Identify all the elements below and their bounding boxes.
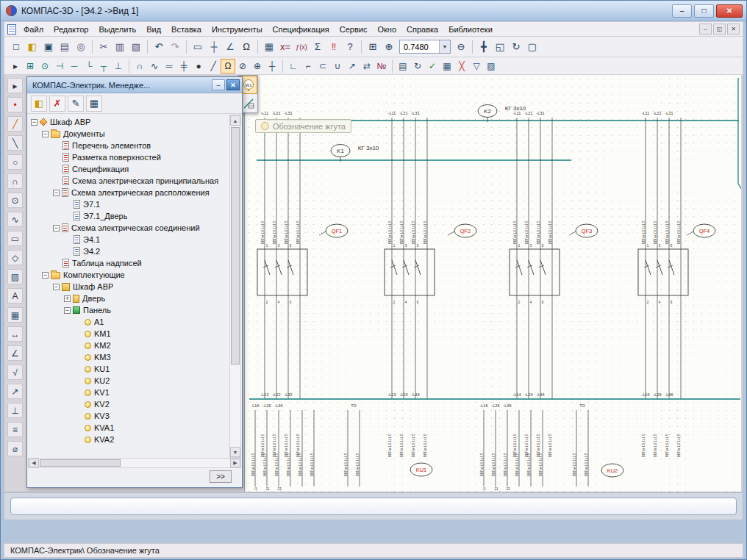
- tree-item[interactable]: Разметка поверхностей: [29, 151, 229, 163]
- edit-object-button[interactable]: ✎: [68, 96, 84, 112]
- scroll-down-button[interactable]: ▼: [230, 447, 240, 457]
- redo-button[interactable]: ↷: [167, 39, 183, 55]
- palette-title-bar[interactable]: КОМПАС-Электрик. Менедже... – ✕: [27, 77, 242, 93]
- ellipse-tool-button[interactable]: ⊙: [7, 193, 23, 208]
- local-frame-button[interactable]: ▭: [190, 39, 206, 55]
- tree-item[interactable]: Перечень элементов: [29, 140, 229, 151]
- cable-button[interactable]: ∿: [147, 59, 162, 73]
- close-button[interactable]: ✕: [716, 4, 743, 18]
- tree-item[interactable]: KVA1: [29, 422, 229, 434]
- roughness-tool-button[interactable]: √: [7, 365, 23, 380]
- tree-item[interactable]: −Схема электрическая соединений: [29, 222, 229, 234]
- open-project-button[interactable]: ◧: [31, 96, 47, 112]
- copy-button[interactable]: ▥: [112, 39, 128, 55]
- scroll-left-button[interactable]: ◀: [29, 459, 39, 467]
- tree-item[interactable]: −Комплектующие: [29, 269, 229, 281]
- leader-tool-button[interactable]: ↗: [7, 384, 23, 399]
- datum-tool-button[interactable]: ⊥: [7, 403, 23, 418]
- cut-button[interactable]: ✂: [96, 39, 112, 55]
- undo-button[interactable]: ↶: [151, 39, 167, 55]
- help-button[interactable]: ?: [342, 39, 358, 55]
- numbering-button[interactable]: №: [374, 59, 389, 73]
- zoom-area-button[interactable]: ⊞: [365, 39, 381, 55]
- check-button[interactable]: ✓: [425, 59, 440, 73]
- tree-item[interactable]: KV1: [29, 387, 229, 398]
- zoom-dropdown-arrow[interactable]: ▼: [439, 40, 450, 53]
- menu-insert[interactable]: Вставка: [166, 24, 207, 35]
- point-tool-button[interactable]: •: [7, 97, 23, 112]
- menu-edit[interactable]: Редактор: [49, 24, 93, 35]
- tree-item[interactable]: −Шкаф АВР: [29, 116, 229, 128]
- wire-break-button[interactable]: ╱: [206, 59, 221, 73]
- spline-tool-button[interactable]: ∿: [7, 212, 23, 227]
- show-page-button[interactable]: ▢: [524, 39, 540, 55]
- minimize-button[interactable]: –: [672, 4, 692, 18]
- tree-expander[interactable]: −: [53, 225, 60, 231]
- menu-help[interactable]: Справка: [401, 24, 443, 35]
- hatch-tool-button[interactable]: ▨: [7, 269, 23, 284]
- tree-item[interactable]: A1: [29, 316, 229, 328]
- spelling-button[interactable]: Ω: [238, 39, 254, 55]
- scroll-up-button[interactable]: ▲: [230, 115, 240, 126]
- tree-expander[interactable]: −: [64, 307, 71, 314]
- library-button[interactable]: ▨: [484, 59, 498, 73]
- tree-item[interactable]: −Схема электрическая расположения: [29, 187, 229, 198]
- zoom-in-button[interactable]: ⊕: [381, 39, 397, 55]
- tree-item[interactable]: KM1: [29, 328, 229, 340]
- node-point-button[interactable]: ●: [191, 59, 206, 73]
- menu-specification[interactable]: Спецификация: [268, 24, 335, 35]
- tree-item[interactable]: −Шкаф АВР: [29, 281, 229, 292]
- scrollbar-track[interactable]: [230, 126, 240, 447]
- tree-expander[interactable]: −: [42, 131, 49, 137]
- align-button[interactable]: ┼: [265, 59, 279, 73]
- equidistant-tool-button[interactable]: ≡: [7, 422, 23, 437]
- connector-button[interactable]: ⊂: [315, 59, 330, 73]
- attributes-button[interactable]: ▤: [396, 59, 410, 73]
- drawing-canvas[interactable]: K2КГ 3х10K1КГ 3х10ВВГнг-LS 1х1,5ВВГнг-LS…: [244, 75, 741, 492]
- tree-item[interactable]: Спецификация: [29, 163, 229, 175]
- tree-item[interactable]: KM3: [29, 351, 229, 363]
- angle-wire-button[interactable]: ⌐: [301, 59, 315, 73]
- menu-select[interactable]: Выделить: [93, 24, 141, 35]
- mdi-restore-button[interactable]: ◱: [713, 24, 726, 35]
- variables-button[interactable]: х=: [277, 39, 293, 55]
- table-tool-button[interactable]: ▦: [7, 307, 23, 323]
- functions-button[interactable]: ƒ(x): [293, 39, 310, 55]
- component-insert-button[interactable]: ⊞: [23, 59, 37, 73]
- erase-button[interactable]: ╳: [454, 59, 469, 73]
- new-document-button[interactable]: □: [8, 39, 24, 55]
- scroll-right-button[interactable]: ▶: [230, 459, 240, 467]
- print-preview-button[interactable]: ◎: [73, 39, 89, 55]
- tree-expander[interactable]: +: [64, 295, 71, 302]
- table-button[interactable]: ▦: [261, 39, 277, 55]
- tree-expander[interactable]: −: [53, 284, 60, 290]
- apparatus-button[interactable]: ⊕: [250, 59, 265, 73]
- dimension-tool-button[interactable]: ↔: [7, 326, 23, 342]
- ground-button[interactable]: ⊥: [111, 59, 126, 73]
- save-document-button[interactable]: ▣: [40, 39, 57, 55]
- terminal-button[interactable]: ⊙: [37, 59, 52, 73]
- mdi-minimize-button[interactable]: –: [699, 24, 712, 35]
- scrollbar-thumb-horizontal[interactable]: [40, 459, 121, 467]
- tree-item[interactable]: KU1: [29, 363, 229, 375]
- open-document-button[interactable]: ◧: [24, 39, 40, 55]
- refresh-button[interactable]: ↻: [508, 39, 524, 55]
- print-button[interactable]: ▤: [57, 39, 73, 55]
- tree-expander[interactable]: −: [53, 190, 60, 196]
- polygon-tool-button[interactable]: ◇: [7, 250, 23, 265]
- mdi-close-button[interactable]: ✕: [727, 24, 740, 35]
- aux-line-tool-button[interactable]: ╱: [7, 116, 23, 132]
- tree-expander[interactable]: −: [31, 119, 37, 126]
- bus-button[interactable]: ═: [162, 59, 176, 73]
- warnings-button[interactable]: ‼: [326, 39, 342, 55]
- menu-service[interactable]: Сервис: [335, 24, 373, 35]
- snap-angle-button[interactable]: ∠: [222, 39, 238, 55]
- update-model-button[interactable]: ↻: [410, 59, 425, 73]
- measure-tool-button[interactable]: ⌀: [7, 441, 23, 456]
- selection-arrow-button[interactable]: ▸: [8, 59, 23, 73]
- zoom-combo[interactable]: 0.7480▼: [399, 40, 451, 54]
- delete-object-button[interactable]: ✗: [49, 96, 65, 112]
- tree-item[interactable]: Таблица надписей: [29, 257, 229, 269]
- marking-button[interactable]: ⇄: [360, 59, 374, 73]
- tree-item[interactable]: KV3: [29, 410, 229, 422]
